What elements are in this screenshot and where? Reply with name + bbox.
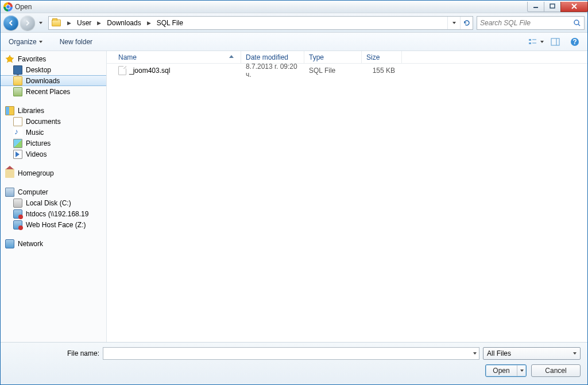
address-bar[interactable]: ▶ User ▶ Downloads ▶ SQL File	[48, 16, 473, 30]
sidebar-item-downloads[interactable]: Downloads	[1, 75, 106, 86]
breadcrumb-segment[interactable]: SQL File	[154, 17, 185, 29]
documents-icon	[13, 117, 22, 126]
sidebar-favorites[interactable]: Favorites	[1, 53, 106, 64]
toolbar: Organize New folder ?	[1, 33, 587, 51]
folder-icon	[52, 20, 61, 26]
drive-icon	[13, 199, 22, 208]
svg-rect-10	[551, 38, 559, 45]
navbar: ▶ User ▶ Downloads ▶ SQL File	[1, 13, 587, 33]
organize-button[interactable]: Organize	[5, 36, 46, 48]
filetype-combo[interactable]: All Files	[483, 347, 581, 360]
sidebar-computer[interactable]: Computer	[1, 186, 106, 197]
search-icon	[573, 19, 581, 27]
network-drive-icon	[13, 209, 22, 219]
new-folder-button[interactable]: New folder	[56, 36, 96, 48]
sidebar-item-recent[interactable]: Recent Places	[1, 86, 106, 97]
filename-combo[interactable]	[103, 347, 479, 360]
file-list[interactable]: _joom403.sql 8.7.2013 г. 09:20 ч. SQL Fi…	[107, 64, 587, 342]
column-name[interactable]: Name	[114, 51, 241, 63]
column-size[interactable]: Size	[362, 51, 402, 63]
sidebar-item-htdocs[interactable]: htdocs (\\192.168.19	[1, 208, 106, 219]
videos-icon	[13, 150, 22, 159]
footer: File name: All Files Open Cancel	[1, 342, 587, 384]
svg-rect-6	[529, 39, 531, 41]
refresh-button[interactable]	[460, 17, 473, 29]
sidebar-item-videos[interactable]: Videos	[1, 149, 106, 160]
star-icon	[5, 55, 14, 64]
chevron-down-icon	[39, 41, 42, 43]
network-drive-icon	[13, 220, 22, 230]
recent-icon	[13, 87, 22, 96]
breadcrumb-segment[interactable]: User	[75, 17, 94, 29]
nav-forward-button[interactable]	[20, 15, 35, 30]
pictures-icon	[13, 139, 22, 148]
sidebar-item-pictures[interactable]: Pictures	[1, 138, 106, 149]
preview-pane-button[interactable]	[547, 36, 563, 48]
nav-back-button[interactable]	[3, 15, 18, 30]
chevron-down-icon[interactable]	[473, 352, 477, 355]
file-type: SQL File	[304, 67, 362, 75]
open-dialog: Open ▶ User ▶ Downloads ▶ SQL File	[0, 0, 588, 385]
file-name: _joom403.sql	[129, 67, 170, 75]
homegroup-icon	[5, 169, 14, 178]
chevron-down-icon	[540, 41, 544, 43]
open-button[interactable]: Open	[485, 364, 527, 377]
filename-input[interactable]	[106, 349, 473, 357]
filename-label: File name:	[7, 349, 99, 357]
file-size: 155 KB	[362, 67, 402, 75]
chevron-down-icon	[573, 352, 577, 355]
computer-icon	[5, 188, 14, 197]
file-icon	[118, 66, 126, 75]
breadcrumb-segment[interactable]: Downloads	[105, 17, 143, 29]
column-type[interactable]: Type	[304, 51, 362, 63]
window-title: Open	[15, 3, 32, 11]
column-date[interactable]: Date modified	[241, 51, 304, 63]
sort-ascending-icon	[229, 55, 234, 58]
file-date: 8.7.2013 г. 09:20 ч.	[241, 64, 304, 79]
column-headers: Name Date modified Type Size	[107, 51, 587, 64]
close-button[interactable]	[560, 2, 588, 12]
network-icon	[5, 239, 14, 248]
file-row[interactable]: _joom403.sql 8.7.2013 г. 09:20 ч. SQL Fi…	[107, 65, 587, 76]
svg-text:?: ?	[572, 38, 577, 46]
file-pane: Name Date modified Type Size _joom403.sq…	[107, 51, 587, 342]
sidebar-item-local-disk[interactable]: Local Disk (C:)	[1, 197, 106, 208]
titlebar[interactable]: Open	[1, 1, 587, 13]
view-options-button[interactable]	[528, 36, 544, 48]
cancel-button[interactable]: Cancel	[531, 364, 581, 377]
minimize-button[interactable]	[527, 2, 544, 12]
help-button[interactable]: ?	[567, 36, 583, 48]
svg-line-5	[578, 24, 580, 26]
chrome-icon	[3, 2, 13, 11]
sidebar-item-desktop[interactable]: Desktop	[1, 64, 106, 75]
sidebar-libraries[interactable]: Libraries	[1, 105, 106, 116]
search-input[interactable]	[480, 19, 573, 27]
svg-marker-14	[6, 55, 14, 63]
recent-locations-button[interactable]	[37, 15, 45, 30]
chevron-right-icon[interactable]: ▶	[94, 20, 105, 26]
maximize-button[interactable]	[544, 2, 561, 12]
folder-icon	[13, 76, 22, 85]
address-dropdown-button[interactable]	[447, 17, 460, 29]
sidebar-item-music[interactable]: Music	[1, 127, 106, 138]
search-box[interactable]	[477, 16, 585, 30]
open-dropdown-button[interactable]	[517, 365, 526, 376]
svg-rect-7	[529, 42, 531, 44]
music-icon	[13, 128, 22, 137]
navigation-pane: Favorites Desktop Downloads Recent Place…	[1, 51, 107, 342]
libraries-icon	[5, 106, 14, 115]
svg-rect-1	[550, 4, 555, 8]
chevron-right-icon[interactable]: ▶	[144, 20, 154, 26]
svg-point-4	[574, 20, 579, 25]
sidebar-homegroup[interactable]: Homegroup	[1, 168, 106, 178]
sidebar-item-webhostface[interactable]: Web Host Face (Z:)	[1, 219, 106, 230]
sidebar-item-documents[interactable]: Documents	[1, 116, 106, 127]
chevron-right-icon[interactable]: ▶	[64, 20, 75, 26]
desktop-icon	[13, 65, 22, 75]
sidebar-network[interactable]: Network	[1, 238, 106, 249]
